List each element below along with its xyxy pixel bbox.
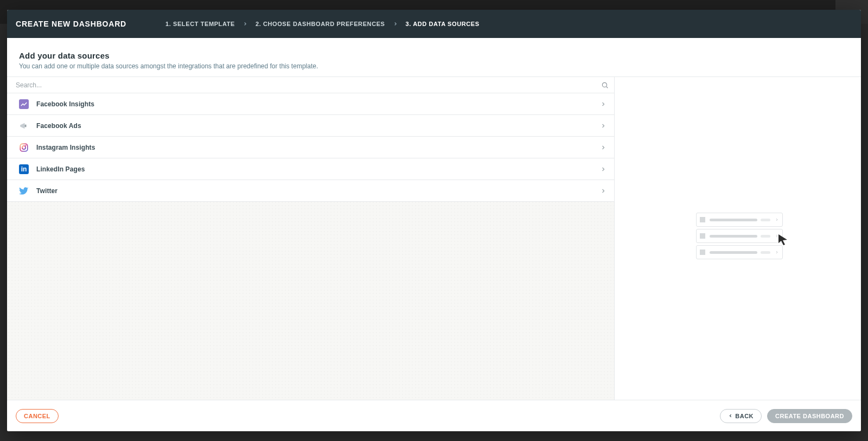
back-button[interactable]: BACK bbox=[720, 409, 762, 423]
chevron-right-icon bbox=[242, 21, 248, 27]
source-item-label: Facebook Insights bbox=[36, 100, 94, 108]
modal-footer: CANCEL BACK CREATE DASHBOARD bbox=[7, 400, 861, 431]
chevron-right-icon bbox=[600, 144, 607, 151]
cancel-button[interactable]: CANCEL bbox=[16, 409, 59, 423]
cursor-icon bbox=[776, 233, 789, 248]
step-1[interactable]: 1. SELECT TEMPLATE bbox=[165, 21, 235, 27]
chevron-right-icon bbox=[600, 166, 607, 172]
modal-title: CREATE NEW DASHBOARD bbox=[16, 20, 126, 28]
source-item-label: Facebook Ads bbox=[36, 122, 81, 130]
source-item-linkedin-pages[interactable]: in LinkedIn Pages bbox=[7, 158, 614, 180]
source-item-label: Instagram Insights bbox=[36, 144, 95, 151]
facebook-ads-icon bbox=[19, 121, 29, 131]
svg-point-6 bbox=[25, 145, 27, 146]
svg-rect-3 bbox=[25, 124, 27, 127]
create-dashboard-button[interactable]: CREATE DASHBOARD bbox=[767, 409, 852, 423]
sources-pane: Facebook Insights Facebook Ads bbox=[7, 77, 615, 400]
placeholder-illustration bbox=[696, 213, 783, 261]
section-header: Add your data sources You can add one or… bbox=[7, 38, 861, 76]
source-item-facebook-insights[interactable]: Facebook Insights bbox=[7, 93, 614, 115]
source-item-label: Twitter bbox=[36, 187, 58, 195]
step-2[interactable]: 2. CHOOSE DASHBOARD PREFERENCES bbox=[256, 21, 385, 27]
chevron-right-icon bbox=[600, 101, 607, 107]
source-item-label: LinkedIn Pages bbox=[36, 165, 85, 173]
svg-line-2 bbox=[607, 86, 608, 88]
source-item-twitter[interactable]: Twitter bbox=[7, 180, 614, 202]
twitter-icon bbox=[19, 186, 29, 196]
back-button-label: BACK bbox=[735, 413, 754, 419]
source-item-facebook-ads[interactable]: Facebook Ads bbox=[7, 115, 614, 137]
section-subtitle: You can add one or multiple data sources… bbox=[19, 62, 849, 70]
source-item-instagram-insights[interactable]: Instagram Insights bbox=[7, 137, 614, 158]
search-icon[interactable] bbox=[601, 81, 609, 89]
chevron-right-icon bbox=[600, 123, 607, 129]
step-3[interactable]: 3. ADD DATA SOURCES bbox=[406, 21, 480, 27]
modal-header: CREATE NEW DASHBOARD 1. SELECT TEMPLATE … bbox=[7, 10, 861, 38]
chevron-right-icon bbox=[393, 21, 398, 27]
wizard-steps: 1. SELECT TEMPLATE 2. CHOOSE DASHBOARD P… bbox=[165, 21, 480, 27]
chevron-left-icon bbox=[728, 413, 733, 418]
section-title: Add your data sources bbox=[19, 51, 849, 60]
svg-point-1 bbox=[602, 82, 607, 87]
instagram-icon bbox=[19, 143, 29, 152]
svg-rect-4 bbox=[20, 144, 28, 151]
svg-point-5 bbox=[22, 145, 25, 149]
create-dashboard-modal: CREATE NEW DASHBOARD 1. SELECT TEMPLATE … bbox=[7, 10, 861, 431]
search-input[interactable] bbox=[16, 81, 601, 89]
illustration-pane bbox=[615, 77, 861, 400]
search-row bbox=[7, 77, 614, 93]
linkedin-icon: in bbox=[19, 164, 29, 174]
facebook-insights-icon bbox=[19, 99, 29, 109]
chevron-right-icon bbox=[600, 188, 607, 194]
source-list: Facebook Insights Facebook Ads bbox=[7, 93, 614, 202]
